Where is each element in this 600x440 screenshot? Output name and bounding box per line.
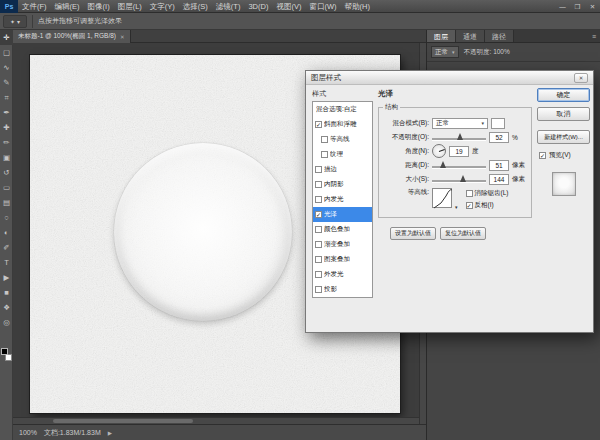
foreground-color-swatch[interactable] xyxy=(1,348,8,355)
antialias-checkbox[interactable]: 消除锯齿(L) xyxy=(466,189,509,198)
eraser-tool[interactable]: ▭ xyxy=(0,180,13,195)
panel-menu-icon[interactable]: ≡ xyxy=(588,30,600,42)
document-tab[interactable]: 未标题-1 @ 100%(椭圆 1, RGB/8) ✕ xyxy=(13,30,131,43)
brush-tool[interactable]: ✏ xyxy=(0,135,13,150)
menu-item-7[interactable]: 3D(D) xyxy=(244,0,272,13)
tool-preset-button[interactable]: ✦ ▾ xyxy=(3,15,27,28)
blur-tool[interactable]: ○ xyxy=(0,210,13,225)
color-swatches[interactable] xyxy=(1,348,12,361)
style-checkbox-texture[interactable] xyxy=(321,151,328,158)
status-menu-arrow-icon[interactable]: ▶ xyxy=(108,430,112,436)
contour-thumbnail[interactable] xyxy=(432,188,452,208)
dodge-tool[interactable]: ◐ xyxy=(0,225,13,240)
preview-checkbox-box[interactable]: ✓ xyxy=(539,152,546,159)
horizontal-scrollbar[interactable] xyxy=(13,417,419,424)
gradient-tool[interactable]: ▤ xyxy=(0,195,13,210)
close-button[interactable]: ✕ xyxy=(585,0,600,13)
layer-blend-mode-select[interactable]: 正常 ▾ xyxy=(431,46,459,58)
menu-item-5[interactable]: 选择(S) xyxy=(179,0,212,13)
style-item-color-overlay[interactable]: 颜色叠加 xyxy=(313,222,372,237)
style-checkbox-gradient-overlay[interactable] xyxy=(315,241,322,248)
marquee-tool[interactable]: ▢ xyxy=(0,45,13,60)
tab-close-icon[interactable]: ✕ xyxy=(120,34,125,40)
quick-selection-tool[interactable]: ✎ xyxy=(0,75,13,90)
type-tool[interactable]: T xyxy=(0,255,13,270)
crop-tool[interactable]: ⌗ xyxy=(0,90,13,105)
style-item-pattern-overlay[interactable]: 图案叠加 xyxy=(313,252,372,267)
move-tool[interactable]: ✛ xyxy=(0,30,13,45)
menu-item-0[interactable]: 文件(F) xyxy=(18,0,51,13)
menu-item-8[interactable]: 视图(V) xyxy=(272,0,305,13)
history-brush-tool[interactable]: ↺ xyxy=(0,165,13,180)
style-item-inner-glow[interactable]: 内发光 xyxy=(313,192,372,207)
menu-item-2[interactable]: 图像(I) xyxy=(84,0,114,13)
new-style-button[interactable]: 新建样式(W)... xyxy=(537,130,590,144)
dialog-title-bar[interactable]: 图层样式 ✕ xyxy=(306,71,593,85)
panel-tab-0[interactable]: 图层 xyxy=(427,30,456,42)
clone-stamp-tool[interactable]: ▣ xyxy=(0,150,13,165)
cancel-button[interactable]: 取消 xyxy=(537,107,590,121)
set-default-button[interactable]: 设置为默认值 xyxy=(390,227,436,240)
invert-checkbox[interactable]: ✓ 反相(I) xyxy=(466,201,509,210)
style-item-inner-shadow[interactable]: 内阴影 xyxy=(313,177,372,192)
panel-tab-2[interactable]: 路径 xyxy=(485,30,514,42)
antialias-checkbox-box[interactable] xyxy=(466,190,473,197)
minimize-button[interactable]: — xyxy=(555,0,570,13)
opacity-input[interactable]: 52 xyxy=(489,132,509,143)
panel-tab-1[interactable]: 通道 xyxy=(456,30,485,42)
angle-dial[interactable] xyxy=(432,144,446,158)
style-item-drop-shadow[interactable]: 投影 xyxy=(313,282,372,297)
distance-input[interactable]: 51 xyxy=(489,160,509,171)
style-checkbox-outer-glow[interactable] xyxy=(315,271,322,278)
style-item-contour[interactable]: 等高线 xyxy=(313,132,372,147)
size-input[interactable]: 144 xyxy=(489,174,509,185)
menu-item-6[interactable]: 滤镜(T) xyxy=(212,0,245,13)
size-slider-thumb[interactable] xyxy=(460,175,466,182)
style-item-blending-options[interactable]: 混合选项:自定 xyxy=(313,102,372,117)
zoom-tool[interactable]: ◎ xyxy=(0,315,13,330)
opacity-slider-thumb[interactable] xyxy=(457,133,463,140)
opacity-slider[interactable] xyxy=(432,132,486,143)
distance-slider-thumb[interactable] xyxy=(440,161,446,168)
ok-button[interactable]: 确定 xyxy=(537,88,590,102)
shape-tool[interactable]: ■ xyxy=(0,285,13,300)
menu-item-1[interactable]: 编辑(E) xyxy=(51,0,84,13)
style-checkbox-stroke[interactable] xyxy=(315,166,322,173)
style-item-bevel-emboss[interactable]: ✓斜面和浮雕 xyxy=(313,117,372,132)
style-checkbox-satin[interactable]: ✓ xyxy=(315,211,322,218)
ellipse-shape-layer[interactable] xyxy=(114,143,292,321)
style-checkbox-inner-glow[interactable] xyxy=(315,196,322,203)
size-slider[interactable] xyxy=(432,174,486,185)
satin-color-swatch[interactable] xyxy=(491,118,505,129)
menu-item-3[interactable]: 图层(L) xyxy=(114,0,146,13)
healing-brush-tool[interactable]: ✚ xyxy=(0,120,13,135)
path-selection-tool[interactable]: ▶ xyxy=(0,270,13,285)
eyedropper-tool[interactable]: ✒ xyxy=(0,105,13,120)
style-checkbox-inner-shadow[interactable] xyxy=(315,181,322,188)
menu-item-9[interactable]: 窗口(W) xyxy=(305,0,340,13)
hand-tool[interactable]: ❖ xyxy=(0,300,13,315)
style-item-outer-glow[interactable]: 外发光 xyxy=(313,267,372,282)
lasso-tool[interactable]: ∿ xyxy=(0,60,13,75)
style-item-satin[interactable]: ✓光泽 xyxy=(313,207,372,222)
style-checkbox-bevel-emboss[interactable]: ✓ xyxy=(315,121,322,128)
distance-slider[interactable] xyxy=(432,160,486,171)
style-checkbox-color-overlay[interactable] xyxy=(315,226,322,233)
zoom-level-field[interactable]: 100% xyxy=(19,429,37,436)
restore-button[interactable]: ❐ xyxy=(570,0,585,13)
preview-checkbox[interactable]: ✓ 预览(V) xyxy=(539,151,590,160)
style-checkbox-contour[interactable] xyxy=(321,136,328,143)
background-color-swatch[interactable] xyxy=(5,354,12,361)
style-item-texture[interactable]: 纹理 xyxy=(313,147,372,162)
invert-checkbox-box[interactable]: ✓ xyxy=(466,202,473,209)
style-item-stroke[interactable]: 描边 xyxy=(313,162,372,177)
angle-input[interactable]: 19 xyxy=(449,146,469,157)
menu-item-4[interactable]: 文字(Y) xyxy=(146,0,179,13)
style-checkbox-pattern-overlay[interactable] xyxy=(315,256,322,263)
menu-item-10[interactable]: 帮助(H) xyxy=(341,0,374,13)
reset-default-button[interactable]: 复位为默认值 xyxy=(440,227,486,240)
contour-picker-arrow-icon[interactable]: ▾ xyxy=(455,204,458,210)
blend-mode-select[interactable]: 正常 ▾ xyxy=(432,118,488,129)
layer-opacity-field[interactable]: 不透明度: 100% xyxy=(464,48,510,57)
dialog-close-icon[interactable]: ✕ xyxy=(574,73,588,83)
